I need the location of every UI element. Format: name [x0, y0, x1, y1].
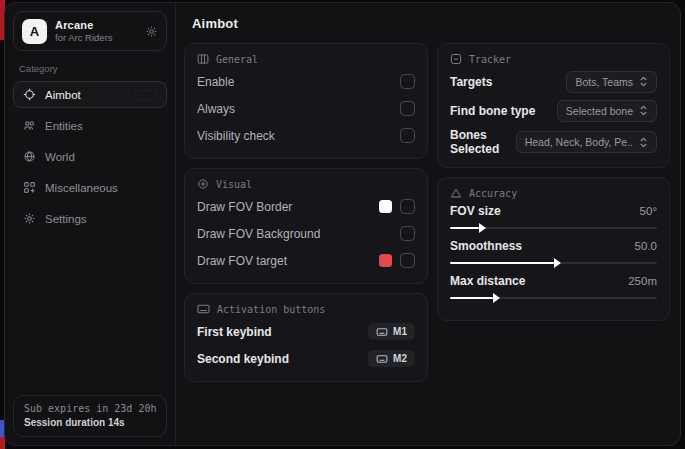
page-title: Aimbot	[192, 16, 664, 31]
crosshair-icon	[23, 88, 36, 101]
targets-select[interactable]: Bots, Teams	[566, 71, 657, 93]
sub-expiry-text: Sub expires in 23d 20h	[24, 403, 156, 414]
slider-label: Max distance	[450, 274, 525, 288]
sidebar-footer: Sub expires in 23d 20h Session duration …	[13, 395, 167, 437]
chevrons-up-down-icon	[639, 76, 648, 87]
find-bone-type-select[interactable]: Selected bone	[557, 100, 657, 122]
sidebar-item-entities[interactable]: Entities	[13, 112, 167, 139]
gear-icon	[23, 212, 36, 225]
content: General Enable Always	[176, 41, 680, 382]
setting-row-enable: Enable	[197, 70, 415, 93]
aperture-icon	[197, 178, 209, 190]
fov-background-checkbox[interactable]	[400, 226, 415, 241]
slider-fill[interactable]	[450, 227, 479, 229]
enable-checkbox[interactable]	[400, 74, 415, 89]
main-header: Aimbot	[176, 3, 680, 41]
sidebar-item-world[interactable]: World	[13, 143, 167, 170]
sidebar-item-settings[interactable]: Settings	[13, 205, 167, 232]
sidebar-nav: Aimbot Entities	[5, 81, 175, 232]
always-checkbox[interactable]	[400, 101, 415, 116]
slider-value: 50°	[640, 205, 657, 217]
setting-row-visibility-check: Visibility check	[197, 124, 415, 147]
select-value: Bots, Teams	[575, 76, 633, 88]
setting-row-find-bone-type: Find bone type Selected bone	[450, 99, 657, 122]
bones-selected-select[interactable]: Head, Neck, Body, Pe..	[516, 131, 657, 153]
keyboard-icon	[376, 327, 388, 337]
color-swatch-white[interactable]	[379, 200, 392, 213]
keybind-hint	[135, 90, 157, 100]
branch-grid-icon	[23, 181, 36, 194]
section-title: Visual	[216, 179, 252, 190]
column-left: General Enable Always	[184, 43, 428, 382]
activation-card: Activation buttons First keybind	[184, 293, 428, 382]
columns-icon	[197, 53, 209, 65]
column-right: Tracker Targets Bots, Teams	[437, 43, 670, 321]
globe-icon	[23, 150, 36, 163]
fov-target-checkbox[interactable]	[400, 253, 415, 268]
section-title: Accuracy	[469, 188, 517, 199]
sidebar-item-aimbot[interactable]: Aimbot	[13, 81, 167, 108]
first-keybind-button[interactable]: M1	[368, 323, 415, 340]
setting-label: Second keybind	[197, 352, 289, 366]
setting-label: Draw FOV target	[197, 254, 287, 268]
slider-value: 250m	[628, 275, 657, 287]
app-title: Arcane	[55, 19, 113, 31]
section-title: General	[216, 54, 258, 65]
app-header-card: A Arcane for Arc Riders	[13, 11, 167, 51]
gear-icon[interactable]	[145, 25, 158, 38]
select-value: Head, Neck, Body, Pe..	[525, 136, 633, 148]
fov-border-checkbox[interactable]	[400, 199, 415, 214]
chevrons-up-down-icon	[639, 105, 648, 116]
setting-label: Always	[197, 102, 235, 116]
smoothness-slider[interactable]	[450, 262, 657, 264]
keybind-value: M2	[393, 353, 407, 364]
visual-card: Visual Draw FOV Border Dr	[184, 168, 428, 284]
users-icon	[23, 119, 36, 132]
keybind-value: M1	[393, 326, 407, 337]
setting-label: Targets	[450, 75, 492, 89]
sidebar: A Arcane for Arc Riders Category	[5, 3, 176, 445]
slider-value: 50.0	[635, 240, 657, 252]
accuracy-card: Accuracy FOV size 50°	[437, 177, 670, 321]
session-duration-text: Session duration 14s	[24, 417, 156, 428]
scan-minus-icon	[450, 53, 462, 65]
sidebar-item-label: Settings	[45, 213, 87, 225]
second-keybind-button[interactable]: M2	[368, 350, 415, 367]
max-distance-slider[interactable]	[450, 297, 657, 299]
app-window: A Arcane for Arc Riders Category	[4, 2, 681, 446]
visibility-check-checkbox[interactable]	[400, 128, 415, 143]
setting-row-fov-background: Draw FOV Background	[197, 222, 415, 245]
fov-size-slider[interactable]	[450, 227, 657, 229]
sidebar-item-label: Miscellaneous	[45, 182, 118, 194]
setting-label: Draw FOV Background	[197, 227, 320, 241]
sidebar-item-miscellaneous[interactable]: Miscellaneous	[13, 174, 167, 201]
slider-fill[interactable]	[450, 297, 493, 299]
setting-row-fov-border: Draw FOV Border	[197, 195, 415, 218]
select-value: Selected bone	[566, 105, 633, 117]
triangle-icon	[450, 187, 462, 199]
setting-row-second-keybind: Second keybind M2	[197, 347, 415, 370]
smoothness-slider-group: Smoothness 50.0	[450, 239, 657, 264]
max-distance-slider-group: Max distance 250m	[450, 274, 657, 299]
keyboard-icon	[197, 303, 210, 315]
setting-label: Enable	[197, 75, 234, 89]
sidebar-item-label: Entities	[45, 120, 83, 132]
section-title: Tracker	[469, 54, 511, 65]
app-subtitle: for Arc Riders	[55, 32, 113, 43]
setting-label: Find bone type	[450, 104, 535, 118]
sidebar-item-label: Aimbot	[45, 89, 81, 101]
section-title: Activation buttons	[217, 304, 325, 315]
color-swatch-red[interactable]	[379, 254, 392, 267]
slider-fill[interactable]	[450, 262, 554, 264]
setting-row-first-keybind: First keybind M1	[197, 320, 415, 343]
chevrons-up-down-icon	[639, 137, 648, 148]
setting-row-bones-selected: Bones Selected Head, Neck, Body, Pe..	[450, 128, 657, 156]
keyboard-icon	[376, 354, 388, 364]
screen: A Arcane for Arc Riders Category	[0, 0, 685, 449]
fov-size-slider-group: FOV size 50°	[450, 204, 657, 229]
main-panel: Aimbot General	[176, 3, 680, 445]
slider-label: Smoothness	[450, 239, 522, 253]
general-card: General Enable Always	[184, 43, 428, 159]
sidebar-item-label: World	[45, 151, 75, 163]
setting-label: Draw FOV Border	[197, 200, 292, 214]
